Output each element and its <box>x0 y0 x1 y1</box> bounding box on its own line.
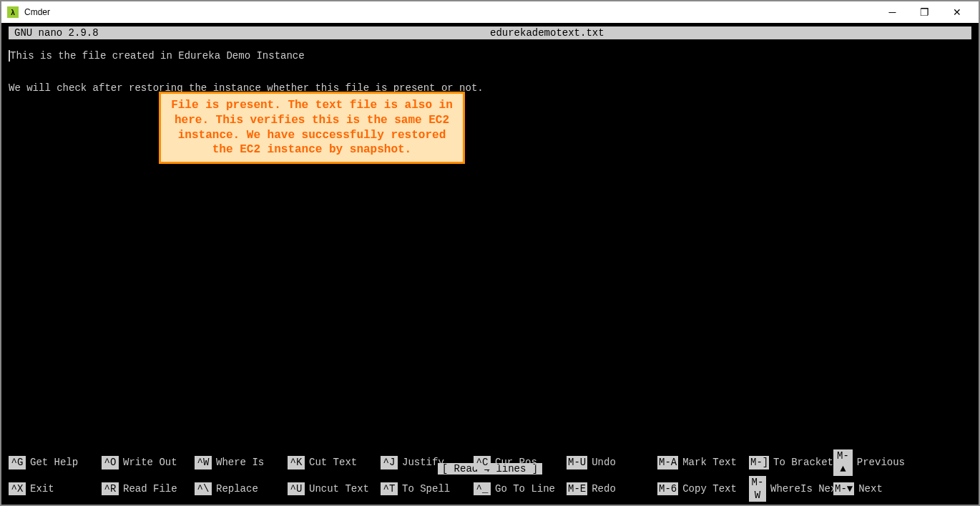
app-icon: λ <box>7 6 19 18</box>
shortcut-next: M-▼Next <box>833 476 905 502</box>
shortcut-undo: M-UUndo <box>567 449 657 475</box>
shortcut-get-help: ^GGet Help <box>9 449 102 475</box>
maximize-button[interactable]: ❐ <box>908 1 941 23</box>
shortcut-uncut-text: ^UUncut Text <box>288 476 381 502</box>
window-title: Cmder <box>24 7 876 17</box>
shortcut-write-out: ^OWrite Out <box>102 449 195 475</box>
nano-header-bar: GNU nano 2.9.8 edurekademotext.txt <box>9 26 971 39</box>
shortcut-row-1: ^GGet Help ^OWrite Out ^WWhere Is ^KCut … <box>9 449 971 475</box>
shortcut-to-bracket: M-]To Bracket <box>749 449 833 475</box>
shortcut-to-spell: ^TTo Spell <box>381 476 474 502</box>
shortcut-cur-pos: ^CCur Pos <box>474 449 567 475</box>
shortcut-read-file: ^RRead File <box>102 476 195 502</box>
shortcut-go-to-line: ^_Go To Line <box>474 476 567 502</box>
annotation-callout: File is present. The text file is also i… <box>159 92 465 164</box>
shortcut-mark-text: M-AMark Text <box>657 449 749 475</box>
close-button[interactable]: ✕ <box>941 1 973 23</box>
terminal-area[interactable]: GNU nano 2.9.8 edurekademotext.txt This … <box>1 23 979 505</box>
shortcut-exit: ^XExit <box>9 476 102 502</box>
nano-filename: edurekademotext.txt <box>490 27 604 39</box>
window-titlebar: λ Cmder ─ ❐ ✕ <box>1 1 979 23</box>
nano-shortcuts: ^GGet Help ^OWrite Out ^WWhere Is ^KCut … <box>9 449 971 502</box>
window-controls: ─ ❐ ✕ <box>876 1 973 23</box>
shortcut-redo: M-ERedo <box>567 476 657 502</box>
shortcut-where-is: ^WWhere Is <box>195 449 288 475</box>
shortcut-copy-text: M-6Copy Text <box>657 476 749 502</box>
shortcut-justify: ^JJustify <box>381 449 474 475</box>
shortcut-replace: ^\Replace <box>195 476 288 502</box>
minimize-button[interactable]: ─ <box>876 1 908 23</box>
nano-version: GNU nano 2.9.8 <box>14 27 490 39</box>
shortcut-row-2: ^XExit ^RRead File ^\Replace ^UUncut Tex… <box>9 476 971 502</box>
editor-content[interactable]: This is the file created in Edureka Demo… <box>9 48 971 96</box>
shortcut-whereis-next: M-WWhereIs Next <box>749 476 833 502</box>
shortcut-previous: M-▲Previous <box>833 449 905 475</box>
editor-line-1: This is the file created in Edureka Demo… <box>10 50 305 62</box>
shortcut-cut-text: ^KCut Text <box>288 449 381 475</box>
